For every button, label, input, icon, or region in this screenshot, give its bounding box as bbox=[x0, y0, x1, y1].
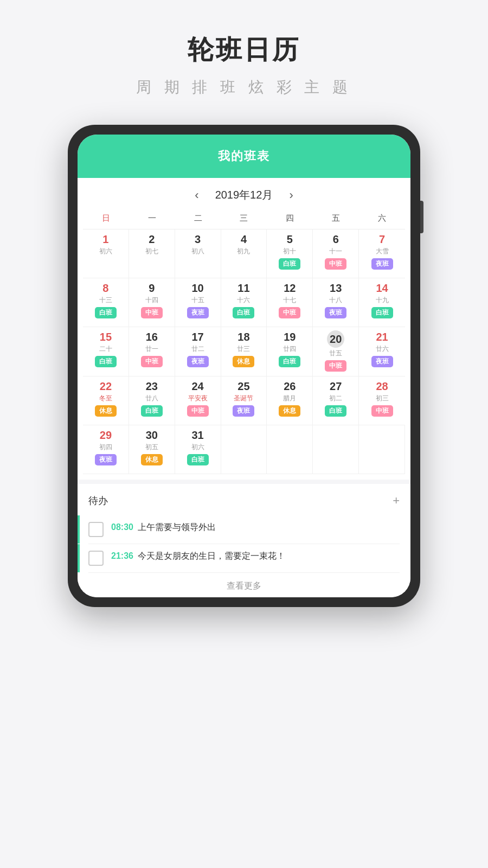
calendar-day-5[interactable]: 5初十白班 bbox=[267, 229, 313, 278]
calendar-day-20[interactable]: 20廿五中班 bbox=[313, 327, 359, 376]
shift-badge: 白班 bbox=[371, 307, 393, 318]
todo-checkbox[interactable] bbox=[88, 551, 104, 566]
day-number: 27 bbox=[330, 380, 342, 393]
day-number: 25 bbox=[237, 380, 249, 393]
calendar-day-28[interactable]: 28初三中班 bbox=[359, 376, 405, 425]
todo-item-0[interactable]: 08:30上午需要与领导外出 bbox=[88, 515, 400, 544]
calendar-day-10[interactable]: 10十五夜班 bbox=[175, 278, 221, 327]
lunar-text: 平安夜 bbox=[188, 394, 208, 403]
lunar-text: 廿四 bbox=[283, 344, 296, 354]
month-title: 2019年12月 bbox=[215, 188, 273, 202]
shift-badge: 中班 bbox=[141, 307, 163, 318]
lunar-text: 廿六 bbox=[376, 344, 389, 354]
phone-side-button bbox=[420, 201, 423, 233]
lunar-text: 初四 bbox=[99, 443, 112, 452]
shift-badge: 休息 bbox=[233, 356, 254, 367]
weekday-row: 日 一 二 三 四 五 六 bbox=[83, 208, 405, 229]
shift-badge: 中班 bbox=[371, 405, 393, 417]
shift-badge: 休息 bbox=[141, 454, 163, 465]
weekday-sat: 六 bbox=[359, 211, 405, 226]
day-number: 22 bbox=[100, 380, 112, 393]
calendar-day-19[interactable]: 19廿四白班 bbox=[267, 327, 313, 376]
calendar-day-21[interactable]: 21廿六夜班 bbox=[359, 327, 405, 376]
lunar-text: 初二 bbox=[329, 394, 342, 403]
lunar-text: 廿八 bbox=[145, 394, 158, 403]
day-number: 4 bbox=[241, 233, 247, 246]
todo-checkbox[interactable] bbox=[88, 522, 104, 537]
phone-screen: 我的班表 ‹ 2019年12月 › 日 一 二 三 四 五 六 1 bbox=[78, 135, 410, 597]
lunar-text: 十九 bbox=[376, 296, 389, 305]
calendar-day-9[interactable]: 9十四中班 bbox=[129, 278, 175, 327]
lunar-text: 大雪 bbox=[376, 247, 389, 256]
todo-item-1[interactable]: 21:36今天是女朋友的生日，需要定一束花！ bbox=[88, 544, 400, 573]
todo-text: 今天是女朋友的生日，需要定一束花！ bbox=[138, 551, 285, 560]
calendar-day-1[interactable]: 1初六 bbox=[83, 229, 129, 278]
shift-badge: 白班 bbox=[279, 258, 300, 270]
calendar-day-6[interactable]: 6十一中班 bbox=[313, 229, 359, 278]
lunar-text: 廿二 bbox=[191, 344, 204, 354]
calendar-day-3[interactable]: 3初八 bbox=[175, 229, 221, 278]
calendar-day-29[interactable]: 29初四夜班 bbox=[83, 425, 129, 474]
shift-badge: 夜班 bbox=[371, 258, 393, 270]
lunar-text: 初六 bbox=[99, 247, 112, 256]
calendar-day-27[interactable]: 27初二白班 bbox=[313, 376, 359, 425]
day-number: 17 bbox=[192, 330, 204, 343]
shift-badge: 白班 bbox=[95, 356, 117, 367]
day-number: 12 bbox=[284, 282, 296, 295]
todo-add-button[interactable]: + bbox=[393, 494, 400, 508]
todo-text: 上午需要与领导外出 bbox=[138, 522, 216, 532]
lunar-text: 二十 bbox=[99, 344, 112, 354]
day-number: 13 bbox=[330, 282, 342, 295]
shift-badge: 中班 bbox=[141, 356, 163, 367]
lunar-text: 初五 bbox=[145, 443, 158, 452]
calendar-day-7[interactable]: 7大雪夜班 bbox=[359, 229, 405, 278]
next-month-button[interactable]: › bbox=[284, 188, 298, 202]
calendar-day-13[interactable]: 13十八夜班 bbox=[313, 278, 359, 327]
shift-badge: 夜班 bbox=[187, 356, 209, 367]
calendar-day-18[interactable]: 18廿三休息 bbox=[221, 327, 267, 376]
calendar-day-12[interactable]: 12十七中班 bbox=[267, 278, 313, 327]
lunar-text: 初十 bbox=[283, 247, 296, 256]
lunar-text: 廿一 bbox=[145, 344, 158, 354]
day-number: 20 bbox=[327, 330, 344, 348]
calendar-day-17[interactable]: 17廿二夜班 bbox=[175, 327, 221, 376]
calendar-day-2[interactable]: 2初七 bbox=[129, 229, 175, 278]
calendar-day-8[interactable]: 8十三白班 bbox=[83, 278, 129, 327]
shift-badge: 夜班 bbox=[187, 307, 209, 318]
day-number: 6 bbox=[333, 233, 339, 246]
calendar-day-14[interactable]: 14十九白班 bbox=[359, 278, 405, 327]
day-number: 10 bbox=[192, 282, 204, 295]
calendar-day-4[interactable]: 4初九 bbox=[221, 229, 267, 278]
prev-month-button[interactable]: ‹ bbox=[189, 188, 204, 202]
day-number: 7 bbox=[379, 233, 385, 246]
shift-badge: 白班 bbox=[141, 405, 163, 417]
todo-list: 08:30上午需要与领导外出21:36今天是女朋友的生日，需要定一束花！ bbox=[88, 515, 400, 573]
weekday-tue: 二 bbox=[175, 211, 221, 226]
day-number: 31 bbox=[192, 429, 204, 442]
calendar-day-16[interactable]: 16廿一中班 bbox=[129, 327, 175, 376]
calendar-day-25[interactable]: 25圣诞节夜班 bbox=[221, 376, 267, 425]
shift-badge: 白班 bbox=[187, 454, 209, 465]
weekday-wed: 三 bbox=[221, 211, 267, 226]
shift-badge: 中班 bbox=[279, 307, 300, 318]
lunar-text: 十七 bbox=[283, 296, 296, 305]
calendar-day-31[interactable]: 31初六白班 bbox=[175, 425, 221, 474]
todo-more[interactable]: 查看更多 bbox=[88, 573, 400, 597]
day-number: 1 bbox=[102, 233, 108, 246]
calendar-day-22[interactable]: 22冬至休息 bbox=[83, 376, 129, 425]
day-number: 21 bbox=[376, 330, 388, 343]
calendar-day-26[interactable]: 26腊月休息 bbox=[267, 376, 313, 425]
lunar-text: 廿五 bbox=[329, 349, 342, 358]
calendar-day-24[interactable]: 24平安夜中班 bbox=[175, 376, 221, 425]
lunar-text: 腊月 bbox=[283, 394, 296, 403]
lunar-text: 初七 bbox=[145, 247, 158, 256]
calendar-day-11[interactable]: 11十六白班 bbox=[221, 278, 267, 327]
todo-header: 待办 + bbox=[88, 494, 400, 508]
calendar-day-15[interactable]: 15二十白班 bbox=[83, 327, 129, 376]
todo-content: 21:36今天是女朋友的生日，需要定一束花！ bbox=[111, 551, 400, 562]
calendar-day-23[interactable]: 23廿八白班 bbox=[129, 376, 175, 425]
lunar-text: 十八 bbox=[329, 296, 342, 305]
shift-badge: 白班 bbox=[95, 307, 117, 318]
lunar-text: 十三 bbox=[99, 296, 112, 305]
calendar-day-30[interactable]: 30初五休息 bbox=[129, 425, 175, 474]
